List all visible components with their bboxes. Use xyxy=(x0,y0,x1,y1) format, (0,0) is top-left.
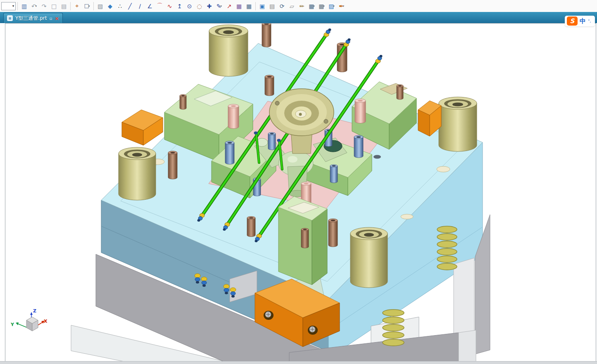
shaded-cube-icon[interactable]: ◆ xyxy=(105,1,115,11)
pick-tool-icon[interactable]: ⌖ xyxy=(72,1,82,11)
guide-bushing-top[interactable] xyxy=(209,25,248,76)
undo-icon[interactable]: ↶▾ xyxy=(29,1,39,11)
tab-float-icon[interactable]: ▫ xyxy=(49,16,52,21)
circle-icon[interactable]: ⊙ xyxy=(185,1,194,11)
ime-mode-indicator[interactable]: 中 xyxy=(580,17,586,25)
surface-mesh-icon[interactable]: ▦ xyxy=(234,1,244,11)
edit-pencil-icon[interactable]: ✏ xyxy=(297,1,307,11)
spring-stack xyxy=(383,310,404,346)
coordinate-triad: Z X Y xyxy=(10,308,48,331)
grid-options-icon[interactable]: ▦▾ xyxy=(307,1,316,11)
tab-title: Y型三通管.prt xyxy=(15,15,47,22)
infinite-line-icon[interactable]: ∕ xyxy=(135,1,145,11)
wireframe-cube-icon[interactable]: ▧ xyxy=(95,1,105,11)
triad-x-label: X xyxy=(44,319,48,324)
paste-sketch-icon[interactable]: ▥ xyxy=(19,1,29,11)
annotation-pen-icon[interactable]: ✒▾ xyxy=(337,1,346,11)
selection-filter-combo[interactable]: ▾ xyxy=(1,2,16,10)
toolbar-separator xyxy=(70,2,71,10)
box-select-icon[interactable]: ☐▾ xyxy=(82,1,92,11)
viewport-3d[interactable]: Z X Y xyxy=(5,23,596,362)
document-tab[interactable]: ≡ Y型三通管.prt ▫ × xyxy=(3,13,63,23)
view-frame-icon[interactable]: ▣ xyxy=(257,1,267,11)
toolbar-icons: ▾▥↶▾↷□▤⌖☐▾▧◆∴╱∕∠⌒∿↥⊙◌✚✎▾↗▦▦▣▤⟳▱✏▦▾▩▾▨▾✒▾ xyxy=(0,1,346,11)
solid-cube-options-icon[interactable]: ▨▾ xyxy=(327,1,336,11)
sketch-pencil-icon[interactable]: ✎▾ xyxy=(214,1,224,11)
toolbar: ▾▥↶▾↷□▤⌖☐▾▧◆∴╱∕∠⌒∿↥⊙◌✚✎▾↗▦▦▣▤⟳▱✏▦▾▩▾▨▾✒▾ xyxy=(0,0,597,12)
image-view-icon[interactable]: ▤ xyxy=(267,1,277,11)
plane-view-icon[interactable]: ▱ xyxy=(287,1,297,11)
axis-point-icon[interactable]: ↥ xyxy=(175,1,184,11)
mold-3d-model: Z X Y xyxy=(5,23,596,362)
layers-icon[interactable]: ▩▾ xyxy=(317,1,326,11)
triad-z-label: Z xyxy=(33,308,36,314)
polyline-icon[interactable]: ∠ xyxy=(145,1,155,11)
construction-circle-icon[interactable]: ◌ xyxy=(195,1,204,11)
extrude-arrow-icon[interactable]: ↗ xyxy=(224,1,234,11)
cad-application-window: ▾▥↶▾↷□▤⌖☐▾▧◆∴╱∕∠⌒∿↥⊙◌✚✎▾↗▦▦▣▤⟳▱✏▦▾▩▾▨▾✒▾… xyxy=(0,0,597,364)
window-bottom-edge xyxy=(0,361,597,364)
redo-icon[interactable]: ↷ xyxy=(39,1,49,11)
guide-bushing-left[interactable] xyxy=(119,147,156,200)
toolbar-separator xyxy=(93,2,94,10)
toolbar-separator xyxy=(255,2,256,10)
ime-logo[interactable]: S xyxy=(567,17,578,26)
points-icon[interactable]: ∴ xyxy=(115,1,125,11)
triad-y-label: Y xyxy=(10,322,14,327)
paste-icon[interactable]: ▤ xyxy=(59,1,69,11)
arc-icon[interactable]: ⌒ xyxy=(155,1,164,11)
toolbar-separator xyxy=(17,2,18,10)
center-cross-icon[interactable]: ✚ xyxy=(205,1,214,11)
guide-bushing-right[interactable] xyxy=(439,97,477,151)
spline-icon[interactable]: ∿ xyxy=(165,1,174,11)
wedge-screw xyxy=(308,326,318,335)
line-icon[interactable]: ╱ xyxy=(125,1,135,11)
ime-extra-indicators[interactable]: °, xyxy=(588,19,593,23)
document-icon: ≡ xyxy=(7,15,13,21)
grid-table-icon[interactable]: ▦ xyxy=(244,1,254,11)
guide-bushing-bottom[interactable] xyxy=(350,227,388,288)
ime-toolbar: S 中 °, xyxy=(565,16,595,26)
tab-close-icon[interactable]: × xyxy=(55,16,59,21)
document-tabbar: ≡ Y型三通管.prt ▫ × xyxy=(0,12,597,23)
wedge-screw xyxy=(264,311,274,320)
copy-icon[interactable]: □ xyxy=(49,1,59,11)
rotate-view-icon[interactable]: ⟳ xyxy=(277,1,287,11)
